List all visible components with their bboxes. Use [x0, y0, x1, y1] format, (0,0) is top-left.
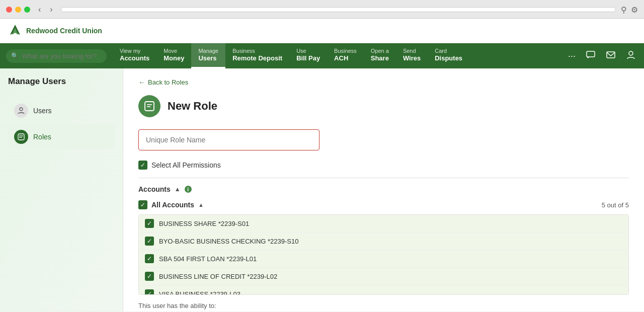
sidebar-title: Manage Users — [8, 76, 115, 91]
accounts-section-label: Accounts — [138, 185, 171, 193]
nav-sup-business-ach: Business — [334, 47, 357, 54]
logo: Redwood Credit Union — [8, 24, 102, 38]
list-item[interactable]: ✓ BYO-BASIC BUSINESS CHECKING *2239-S10 — [139, 232, 628, 250]
account-checkbox-1[interactable]: ✓ — [145, 237, 154, 246]
sidebar: Manage Users Users — [0, 68, 123, 311]
close-button[interactable] — [6, 7, 12, 13]
account-checkbox-4[interactable]: ✓ — [145, 289, 154, 295]
browser-chrome: ‹ › ⚲ ⚙ — [0, 0, 644, 19]
account-checkbox-2[interactable]: ✓ — [145, 254, 154, 263]
nav-right: ··· — [564, 43, 644, 68]
account-name-1: BYO-BASIC BUSINESS CHECKING *2239-S10 — [159, 238, 298, 245]
nav-item-manage-users[interactable]: Manage Users — [191, 43, 225, 68]
nav-item-open-share[interactable]: Open a Share — [364, 43, 396, 68]
main-layout: Manage Users Users — [0, 68, 644, 311]
search-input[interactable] — [6, 49, 107, 63]
nav-sub-disputes: Disputes — [435, 54, 462, 63]
account-checkbox-3[interactable]: ✓ — [145, 272, 154, 281]
sidebar-item-roles[interactable]: Roles — [8, 125, 115, 149]
roles-icon — [14, 130, 28, 144]
nav-item-ach[interactable]: Business ACH — [327, 43, 364, 68]
role-icon — [138, 95, 160, 117]
users-icon — [14, 104, 28, 118]
back-arrow-icon: ← — [138, 79, 145, 86]
top-bar: Redwood Credit Union — [0, 19, 644, 43]
account-name-2: SBA 504 FIRST LOAN *2239-L01 — [159, 255, 257, 263]
nav-sup-open: Open a — [371, 47, 389, 54]
account-name-3: BUSINESS LINE OF CREDIT *2239-L02 — [159, 273, 277, 280]
chat-icon — [586, 50, 596, 60]
nav-sup-view-my: View my — [120, 47, 140, 54]
nav-item-disputes[interactable]: Card Disputes — [428, 43, 469, 68]
nav-sub-accounts: Accounts — [120, 54, 149, 63]
svg-point-4 — [629, 51, 633, 55]
account-name-0: BUSINESS SHARE *2239-S01 — [159, 220, 249, 227]
accounts-info-icon[interactable]: i — [185, 186, 192, 193]
nav-sup-move: Move — [164, 47, 177, 54]
logo-text: Redwood Credit Union — [26, 27, 102, 35]
nav-item-bill-pay[interactable]: Use Bill Pay — [289, 43, 327, 68]
maximize-button[interactable] — [24, 7, 30, 13]
select-all-permissions-row: ✓ Select All Permissions — [138, 161, 629, 170]
app: Redwood Credit Union 🔍 View my Accounts … — [0, 19, 644, 311]
search-wrapper: 🔍 — [0, 43, 113, 68]
sidebar-item-roles-label: Roles — [33, 133, 51, 141]
list-item[interactable]: ✓ BUSINESS SHARE *2239-S01 — [139, 215, 628, 232]
list-item[interactable]: ✓ BUSINESS LINE OF CREDIT *2239-L02 — [139, 268, 628, 285]
svg-rect-3 — [607, 52, 615, 58]
browser-settings-icon: ⚙ — [631, 5, 638, 15]
divider — [138, 178, 629, 178]
list-item[interactable]: ✓ SBA 504 FIRST LOAN *2239-L01 — [139, 250, 628, 268]
accounts-collapse-icon[interactable]: ▲ — [175, 186, 181, 193]
accounts-list: ✓ BUSINESS SHARE *2239-S01 ✓ BYO-BASIC B… — [138, 214, 629, 295]
page-title: New Role — [168, 100, 217, 113]
list-item[interactable]: ✓ VISA BUSINESS *2239-L03 — [139, 285, 628, 295]
nav-item-move-money[interactable]: Move Money — [156, 43, 191, 68]
nav-sub-wires: Wires — [403, 54, 421, 63]
back-link-label: Back to Roles — [148, 79, 188, 86]
select-all-label: Select All Permissions — [151, 161, 221, 169]
browser-nav-buttons: ‹ › — [35, 4, 56, 15]
svg-rect-9 — [145, 102, 154, 111]
nav-sup-use: Use — [296, 47, 306, 54]
sidebar-item-users[interactable]: Users — [8, 99, 115, 123]
account-checkbox-0[interactable]: ✓ — [145, 219, 154, 228]
search-icon: 🔍 — [11, 52, 19, 59]
minimize-button[interactable] — [15, 7, 21, 13]
svg-point-5 — [20, 108, 23, 111]
address-bar[interactable] — [61, 7, 616, 12]
back-to-roles-link[interactable]: ← Back to Roles — [138, 79, 629, 86]
user-button[interactable] — [622, 47, 640, 65]
user-icon — [626, 50, 636, 60]
nav-sup-send: Send — [403, 47, 416, 54]
mail-icon — [606, 50, 616, 60]
select-all-checkbox[interactable]: ✓ — [138, 161, 147, 170]
accounts-header: Accounts ▲ i — [138, 185, 629, 193]
svg-rect-6 — [18, 134, 24, 140]
collapse-arrow-icon: ▲ — [198, 202, 204, 208]
traffic-lights — [6, 7, 30, 13]
more-button[interactable]: ··· — [564, 48, 580, 64]
nav-sub-ach: ACH — [334, 54, 348, 63]
nav-item-remote-deposit[interactable]: Business Remote Deposit — [225, 43, 289, 68]
svg-rect-2 — [587, 51, 595, 57]
nav-item-wires[interactable]: Send Wires — [396, 43, 428, 68]
back-browser-button[interactable]: ‹ — [35, 4, 44, 15]
nav-sub-remote-deposit: Remote Deposit — [232, 54, 282, 63]
nav-items: View my Accounts Move Money Manage Users… — [113, 43, 564, 68]
nav-item-view-my-accounts[interactable]: View my Accounts — [113, 43, 156, 68]
ability-text: This user has the ability to: — [138, 302, 629, 309]
nav-sup-manage: Manage — [198, 47, 218, 54]
browser-icons: ⚲ ⚙ — [621, 5, 638, 15]
logo-icon — [8, 24, 22, 38]
forward-browser-button[interactable]: › — [47, 4, 55, 15]
nav-sub-share: Share — [371, 54, 389, 63]
all-accounts-checkbox[interactable]: ✓ — [138, 200, 147, 209]
all-accounts-row: ✓ All Accounts ▲ 5 out of 5 — [138, 197, 629, 212]
mail-button[interactable] — [602, 47, 620, 65]
chat-button[interactable] — [582, 47, 600, 65]
role-name-input[interactable] — [138, 129, 319, 150]
nav-sub-money: Money — [164, 54, 184, 63]
accounts-count: 5 out of 5 — [602, 201, 629, 209]
nav-sub-bill-pay: Bill Pay — [296, 54, 320, 63]
